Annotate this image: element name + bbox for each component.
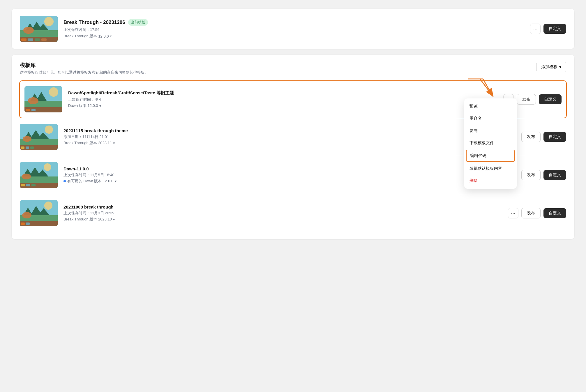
version-chevron-icon: ▾	[115, 179, 117, 183]
library-item-meta: 上次保存时间：刚刚	[68, 97, 495, 102]
add-template-button[interactable]: 添加模板 ▾	[536, 62, 566, 72]
current-theme-row: Break Through - 20231206 当前模板 上次保存时间：17:…	[20, 16, 566, 42]
current-theme-info: Break Through - 20231206 当前模板 上次保存时间：17:…	[63, 19, 524, 39]
svg-rect-41	[21, 184, 25, 186]
library-description: 这些模板仅对您可见。您可以通过将模板发布到您的商店来切换到其他模板。	[20, 70, 149, 75]
svg-rect-19	[26, 109, 30, 111]
library-item-meta: 添加日期：11月14日 21:01	[63, 134, 516, 140]
current-theme-version[interactable]: Break Through 版本 12.0.0 ▾	[63, 33, 524, 39]
library-item-title: Dawn/Spotlight/Refresh/Craft/Sense/Taste…	[68, 90, 495, 96]
library-item-publish-button[interactable]: 发布	[517, 94, 536, 105]
library-item-version[interactable]: Break Through 版本 2023.10 ▾	[63, 217, 502, 222]
library-item-version[interactable]: 有可用的 Dawn 版本 12.0.0 ▾	[63, 179, 516, 184]
svg-rect-29	[20, 145, 58, 150]
dropdown-item-download[interactable]: 下载模板文件	[464, 137, 517, 149]
library-title: 模板库	[20, 62, 149, 69]
current-theme-thumbnail	[20, 16, 58, 42]
current-theme-card: Break Through - 20231206 当前模板 上次保存时间：17:…	[12, 9, 574, 49]
dropdown-menu: 预览 重命名 复制 下载模板文件 编辑代码 编辑默认模板内容 删除	[464, 98, 517, 189]
svg-rect-30	[21, 146, 24, 149]
current-theme-meta: 上次保存时间：17:56	[63, 27, 524, 32]
svg-point-17	[28, 97, 38, 104]
current-theme-actions: ··· 自定义	[530, 24, 566, 34]
library-item-customize-button[interactable]: 自定义	[543, 208, 566, 218]
library-item-dots-button[interactable]: ···	[508, 208, 518, 218]
svg-rect-32	[30, 146, 34, 149]
library-item-thumbnail	[20, 200, 58, 226]
library-header-text: 模板库 这些模板仅对您可见。您可以通过将模板发布到您的商店来切换到其他模板。	[20, 62, 149, 75]
version-chevron-icon: ▾	[113, 141, 115, 145]
current-badge: 当前模板	[128, 19, 148, 26]
library-item-actions: 发布 自定义	[521, 132, 566, 142]
library-item-publish-button[interactable]: 发布	[521, 208, 541, 218]
library-item-actions: 发布 自定义	[521, 170, 566, 180]
svg-rect-11	[41, 38, 47, 41]
library-item: Dawn/Spotlight/Refresh/Craft/Sense/Taste…	[19, 80, 567, 118]
dropdown-item-edit-default[interactable]: 编辑默认模板内容	[464, 163, 517, 175]
library-item-publish-button[interactable]: 发布	[521, 170, 541, 180]
library-item-customize-button[interactable]: 自定义	[543, 170, 566, 180]
dropdown-item-rename[interactable]: 重命名	[464, 112, 517, 125]
library-item-customize-button[interactable]: 自定义	[543, 132, 566, 142]
svg-rect-8	[21, 38, 27, 41]
version-chevron-icon: ▾	[99, 104, 101, 108]
add-template-chevron-icon: ▾	[559, 65, 561, 69]
dropdown-item-edit-code[interactable]: 编辑代码	[466, 150, 515, 162]
library-item-info: 20231008 break through 上次保存时间：11月3日 20:3…	[63, 204, 502, 222]
library-item-thumbnail	[24, 86, 62, 112]
version-chevron-icon: ▾	[110, 34, 112, 38]
svg-point-45	[44, 202, 52, 210]
svg-rect-31	[26, 146, 29, 149]
current-theme-dots-button[interactable]: ···	[530, 24, 541, 34]
svg-rect-42	[26, 184, 30, 186]
svg-point-34	[44, 163, 51, 171]
library-item-title: 20231115-break through theme	[63, 128, 516, 133]
svg-rect-51	[20, 221, 58, 226]
library-item-publish-button[interactable]: 发布	[521, 132, 541, 142]
dropdown-item-preview[interactable]: 预览	[464, 100, 517, 112]
svg-rect-10	[35, 38, 40, 41]
library-item-info: 20231115-break through theme 添加日期：11月14日…	[63, 128, 516, 146]
svg-rect-52	[21, 223, 25, 225]
library-list: Dawn/Spotlight/Refresh/Craft/Sense/Taste…	[20, 81, 566, 232]
library-item-thumbnail	[20, 162, 58, 188]
svg-rect-40	[20, 183, 58, 188]
library-item-meta: 上次保存时间：11月3日 20:39	[63, 211, 502, 216]
version-chevron-icon: ▾	[113, 217, 115, 222]
dropdown-item-delete[interactable]: 删除	[464, 175, 517, 187]
library-item-thumbnail	[20, 124, 58, 150]
svg-rect-9	[28, 38, 33, 41]
svg-point-1	[44, 17, 54, 26]
svg-point-6	[23, 27, 34, 34]
svg-rect-43	[31, 184, 36, 186]
dropdown-item-copy[interactable]: 复制	[464, 125, 517, 137]
svg-rect-18	[24, 107, 62, 112]
library-item-title: Dawn-11.0.0	[63, 166, 516, 171]
library-item-info: Dawn/Spotlight/Refresh/Craft/Sense/Taste…	[68, 90, 495, 108]
svg-point-23	[45, 126, 53, 134]
library-header: 模板库 这些模板仅对您可见。您可以通过将模板发布到您的商店来切换到其他模板。 添…	[20, 62, 566, 75]
library-item-customize-button[interactable]: 自定义	[539, 94, 562, 104]
library-item-version[interactable]: Dawn 版本 12.0.0 ▾	[68, 103, 495, 108]
update-indicator	[63, 180, 66, 182]
svg-rect-53	[26, 223, 30, 225]
svg-rect-20	[31, 109, 36, 111]
current-theme-title: Break Through - 20231206 当前模板	[63, 19, 524, 26]
current-theme-customize-button[interactable]: 自定义	[543, 24, 566, 34]
svg-point-13	[49, 87, 58, 97]
library-card: 模板库 这些模板仅对您可见。您可以通过将模板发布到您的商店来切换到其他模板。 添…	[12, 55, 574, 239]
library-item-meta: 上次保存时间：11月5日 18:40	[63, 172, 516, 178]
library-item-title: 20231008 break through	[63, 204, 502, 209]
library-item-version[interactable]: Break Through 版本 2023.11 ▾	[63, 140, 516, 146]
svg-point-50	[22, 212, 31, 218]
library-item: 20231008 break through 上次保存时间：11月3日 20:3…	[20, 194, 566, 232]
library-item-actions: ··· 发布 自定义	[508, 208, 566, 218]
svg-point-28	[23, 136, 31, 142]
svg-point-39	[22, 174, 31, 179]
library-item-info: Dawn-11.0.0 上次保存时间：11月5日 18:40 有可用的 Dawn…	[63, 166, 516, 184]
